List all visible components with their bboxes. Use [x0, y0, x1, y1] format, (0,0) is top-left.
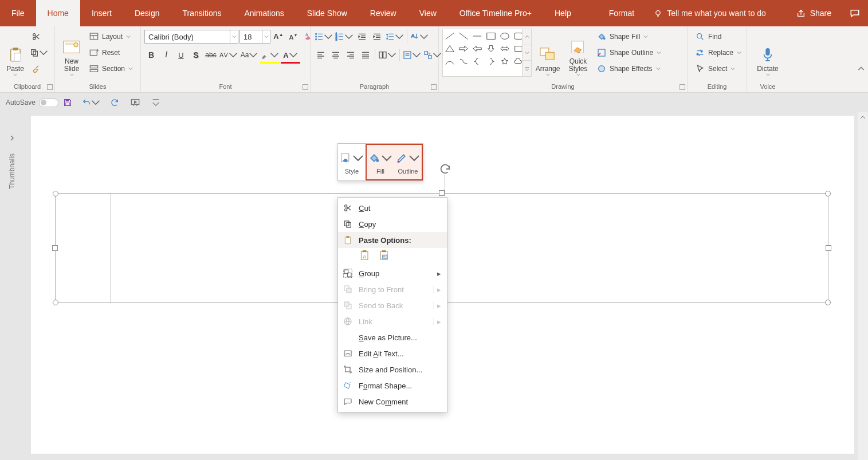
- decrease-indent-button[interactable]: [355, 30, 369, 44]
- autosave-toggle[interactable]: AutoSave Off: [6, 99, 54, 107]
- collapse-ribbon-button[interactable]: [858, 65, 865, 75]
- layout-button[interactable]: Layout: [87, 30, 133, 44]
- tab-home[interactable]: Home: [36, 0, 80, 26]
- increase-font-button[interactable]: A▲: [272, 30, 285, 44]
- slide-canvas[interactable]: Style Fill Outline Cut Copy Paste: [31, 116, 854, 454]
- dialog-launcher-icon[interactable]: [303, 84, 308, 90]
- redo-button[interactable]: [108, 96, 121, 109]
- cut-button[interactable]: [29, 30, 43, 44]
- scroll-more-icon[interactable]: [523, 61, 531, 76]
- font-size-combo[interactable]: 18: [239, 30, 270, 44]
- chevron-down-icon[interactable]: [262, 30, 270, 43]
- line-spacing-button[interactable]: [385, 30, 404, 44]
- ctx-save-picture[interactable]: Save as Picture...: [338, 329, 447, 345]
- char-spacing-button[interactable]: AV: [219, 48, 238, 62]
- shape-arrow-d-icon[interactable]: [485, 44, 497, 54]
- shape-curve-icon[interactable]: [444, 56, 455, 66]
- tab-transitions[interactable]: Transitions: [171, 0, 233, 26]
- font-color-button[interactable]: A: [281, 48, 300, 62]
- tab-help[interactable]: Help: [543, 0, 583, 26]
- italic-button[interactable]: I: [159, 48, 173, 62]
- ctx-group[interactable]: Group▸: [338, 265, 447, 281]
- underline-button[interactable]: U: [174, 48, 188, 62]
- expand-icon[interactable]: [9, 133, 15, 139]
- ctx-edit-alt[interactable]: Edit Alt Text...: [338, 345, 447, 361]
- shape-line-icon[interactable]: [444, 31, 455, 41]
- format-painter-button[interactable]: [29, 62, 43, 76]
- arrange-button[interactable]: Arrange: [532, 29, 564, 77]
- ctx-new-comment[interactable]: New Comment: [338, 394, 447, 410]
- dictate-button[interactable]: Dictate: [751, 29, 785, 77]
- select-button[interactable]: Select: [693, 62, 741, 76]
- shape-line2-icon[interactable]: [458, 31, 469, 41]
- share-button[interactable]: Share: [786, 0, 842, 26]
- shapes-gallery[interactable]: [442, 29, 532, 77]
- shape-s-icon[interactable]: [458, 56, 469, 66]
- dialog-launcher-icon[interactable]: [680, 84, 685, 90]
- reset-button[interactable]: Reset: [87, 46, 133, 60]
- vertical-scrollbar[interactable]: [858, 112, 868, 460]
- rotate-handle-icon[interactable]: [439, 163, 448, 172]
- ctx-format-shape[interactable]: Format Shape...: [338, 378, 447, 394]
- shape-star-icon[interactable]: [499, 56, 510, 66]
- align-text-button[interactable]: [402, 48, 422, 62]
- find-button[interactable]: Find: [693, 30, 741, 44]
- shape-arrow-r-icon[interactable]: [458, 44, 469, 54]
- text-direction-button[interactable]: A: [410, 30, 429, 44]
- customize-qat-button[interactable]: [149, 96, 163, 109]
- dialog-launcher-icon[interactable]: [47, 84, 53, 90]
- tab-slideshow[interactable]: Slide Show: [296, 0, 359, 26]
- align-left-button[interactable]: [314, 48, 328, 62]
- scroll-up-icon[interactable]: [523, 29, 531, 45]
- shape-triangle-icon[interactable]: [444, 44, 455, 54]
- ctx-size-position[interactable]: Size and Position...: [338, 361, 447, 378]
- undo-button[interactable]: [81, 96, 101, 109]
- paste-picture-button[interactable]: [378, 249, 391, 262]
- mini-fill-button[interactable]: Fill: [367, 145, 394, 179]
- chevron-down-icon[interactable]: [230, 30, 238, 43]
- ctx-copy[interactable]: Copy: [338, 216, 447, 232]
- shape-line3-icon[interactable]: [472, 31, 483, 41]
- tab-view[interactable]: View: [408, 0, 448, 26]
- section-button[interactable]: Section: [87, 62, 133, 76]
- shape-arrow-lr-icon[interactable]: [499, 44, 510, 54]
- quick-styles-button[interactable]: Quick Styles: [564, 29, 592, 77]
- mini-outline-button[interactable]: Outline: [394, 145, 422, 179]
- shadow-button[interactable]: S: [189, 48, 203, 62]
- thumbnails-pane[interactable]: Thumbnails: [0, 112, 24, 460]
- tab-insert[interactable]: Insert: [80, 0, 123, 26]
- numbering-button[interactable]: 123: [335, 30, 354, 44]
- replace-button[interactable]: acReplace: [693, 46, 741, 60]
- font-name-combo[interactable]: Calibri (Body): [144, 30, 238, 44]
- scroll-down-icon[interactable]: [523, 45, 531, 61]
- save-button[interactable]: [61, 96, 74, 109]
- new-slide-button[interactable]: New Slide: [58, 29, 85, 77]
- shape-rbrace-icon[interactable]: [485, 56, 497, 66]
- copy-button[interactable]: [29, 46, 49, 60]
- ctx-cut[interactable]: Cut: [338, 200, 447, 216]
- slide-canvas-area[interactable]: Style Fill Outline Cut Copy Paste: [24, 112, 868, 460]
- shape-rect-icon[interactable]: [485, 31, 497, 41]
- mini-style-button[interactable]: Style: [338, 144, 366, 180]
- change-case-button[interactable]: Aa: [239, 48, 259, 62]
- tab-design[interactable]: Design: [123, 0, 171, 26]
- tell-me-search[interactable]: Tell me what you want to do: [646, 0, 786, 26]
- strikethrough-button[interactable]: abc: [204, 48, 218, 62]
- tab-file[interactable]: File: [0, 0, 36, 26]
- tab-format[interactable]: Format: [598, 0, 646, 26]
- align-right-button[interactable]: [344, 48, 358, 62]
- shape-oval-icon[interactable]: [499, 31, 510, 41]
- shape-fill-button[interactable]: Shape Fill: [595, 30, 661, 44]
- shape-outline-button[interactable]: Shape Outline: [595, 46, 661, 60]
- comments-button[interactable]: [842, 0, 868, 26]
- paste-button[interactable]: Paste: [3, 29, 27, 77]
- gallery-scroll[interactable]: [522, 29, 531, 76]
- bullets-button[interactable]: [314, 30, 333, 44]
- increase-indent-button[interactable]: [370, 30, 384, 44]
- shape-effects-button[interactable]: Shape Effects: [595, 62, 661, 76]
- columns-button[interactable]: [378, 48, 397, 62]
- decrease-font-button[interactable]: A▼: [286, 30, 300, 44]
- paste-keep-formatting-button[interactable]: a: [359, 249, 371, 262]
- align-center-button[interactable]: [329, 48, 343, 62]
- shape-lbrace-icon[interactable]: [472, 56, 483, 66]
